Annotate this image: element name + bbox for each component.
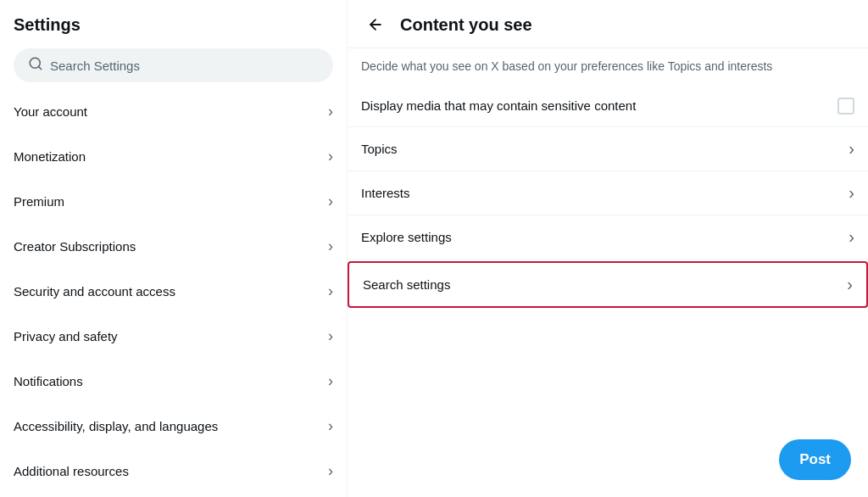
chevron-right-icon: › <box>328 237 333 255</box>
chevron-right-icon: › <box>328 372 333 390</box>
chevron-right-icon: › <box>849 227 854 247</box>
sidebar-item-additional[interactable]: Additional resources › <box>0 449 347 494</box>
back-button[interactable] <box>361 10 390 39</box>
chevron-right-icon: › <box>328 103 333 120</box>
chevron-right-icon: › <box>328 417 333 435</box>
sidebar-item-premium[interactable]: Premium › <box>0 179 347 224</box>
sidebar-item-notifications[interactable]: Notifications › <box>0 359 347 404</box>
search-box <box>14 48 333 82</box>
content-title: Content you see <box>400 15 532 35</box>
sidebar-item-accessibility[interactable]: Accessibility, display, and languages › <box>0 404 347 449</box>
back-arrow-icon <box>367 16 384 33</box>
content-item-search-settings[interactable]: Search settings › <box>348 261 868 308</box>
search-input[interactable] <box>50 59 319 73</box>
post-button[interactable]: Post <box>779 439 851 480</box>
sensitive-media-checkbox[interactable] <box>837 98 854 114</box>
search-icon <box>28 56 43 75</box>
chevron-right-icon: › <box>328 193 333 210</box>
svg-line-1 <box>38 66 41 69</box>
chevron-right-icon: › <box>328 462 333 480</box>
content-header: Content you see <box>348 0 868 48</box>
chevron-right-icon: › <box>328 327 333 345</box>
chevron-right-icon: › <box>847 275 853 294</box>
content-item-topics[interactable]: Topics › <box>348 127 868 171</box>
chevron-right-icon: › <box>849 139 854 159</box>
chevron-right-icon: › <box>328 282 333 300</box>
sidebar-item-security[interactable]: Security and account access › <box>0 269 347 314</box>
content-subtitle: Decide what you see on X based on your p… <box>348 48 868 86</box>
sidebar-item-your-account[interactable]: Your account › <box>0 89 347 134</box>
app-container: Settings Your account › Monetization › <box>0 0 868 497</box>
content-item-sensitive-media[interactable]: Display media that may contain sensitive… <box>348 86 868 127</box>
chevron-right-icon: › <box>328 148 333 165</box>
sidebar: Settings Your account › Monetization › <box>0 0 348 497</box>
content-item-explore-settings[interactable]: Explore settings › <box>348 215 868 260</box>
content-panel: Content you see Decide what you see on X… <box>348 0 868 497</box>
sidebar-item-creator-subscriptions[interactable]: Creator Subscriptions › <box>0 224 347 269</box>
sidebar-title: Settings <box>0 8 347 45</box>
sidebar-item-privacy[interactable]: Privacy and safety › <box>0 314 347 359</box>
sidebar-item-monetization[interactable]: Monetization › <box>0 134 347 179</box>
content-item-interests[interactable]: Interests › <box>348 171 868 215</box>
content-list: Display media that may contain sensitive… <box>348 86 868 310</box>
search-wrapper <box>0 45 347 89</box>
chevron-right-icon: › <box>849 183 854 203</box>
